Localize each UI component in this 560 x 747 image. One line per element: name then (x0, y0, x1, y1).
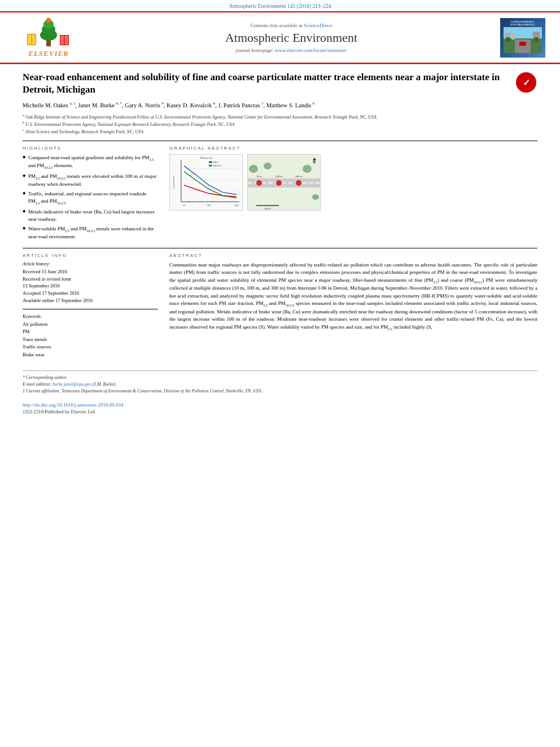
footnote-section: * Corresponding author. E-mail address: … (23, 370, 537, 395)
affiliations: a Oak Ridge Institute of Science and Eng… (23, 113, 537, 135)
svg-text:100 m: 100 m (275, 175, 283, 178)
main-content: Near-road enhancement and solubility of … (0, 64, 560, 421)
journal-info-center: Contents lists available at ScienceDirec… (88, 23, 495, 53)
svg-point-49 (249, 165, 258, 173)
svg-rect-14 (515, 40, 531, 53)
svg-point-51 (303, 165, 312, 173)
journal-citation: Atmospheric Environment 145 (2016) 213–2… (0, 0, 560, 11)
article-info-heading: ARTICLE INFO (23, 253, 158, 258)
elsevier-logo: ELSEVIER (26, 17, 71, 58)
elsevier-brand-text: ELSEVIER (28, 49, 69, 58)
graphical-abstract-images: 10 100 300 Concentration PM2.5 PM10-2.5 … (169, 154, 537, 211)
issn-text: 1352-2310/Published by Elsevier Ltd. (23, 409, 537, 414)
keywords-list: Air pollution PM Trace metals Traffic so… (23, 321, 158, 359)
highlights-column: HIGHLIGHTS Compared near-road spatial gr… (23, 146, 158, 243)
graphical-abstract-heading: GRAPHICAL ABSTRACT (169, 146, 537, 151)
email-link[interactable]: burke.janet@epa.gov (53, 382, 91, 387)
article-history-text: Received 15 June 2016 Received in revise… (23, 268, 158, 304)
crossmark-icon: ✓ (516, 72, 536, 93)
keyword-2: PM (23, 328, 158, 336)
svg-text:✓: ✓ (523, 78, 530, 88)
footnote-email: E-mail address: burke.janet@epa.gov (J.M… (23, 381, 537, 388)
article-history: Article history: Received 15 June 2016 R… (23, 261, 158, 304)
article-info-column: ARTICLE INFO Article history: Received 1… (23, 253, 158, 359)
doi-link[interactable]: http://dx.doi.org/10.1016/j.atmosenv.201… (23, 402, 124, 408)
abstract-column: ABSTRACT Communities near major roadways… (169, 253, 537, 359)
affiliation-b: b U.S. Environmental Protection Agency, … (23, 120, 537, 128)
affiliation-c: c Alion Science and Technology, Research… (23, 128, 537, 135)
svg-rect-20 (508, 40, 509, 42)
elsevier-tree-icon (26, 17, 71, 48)
footnote-corresponding: * Corresponding author. (23, 374, 537, 381)
doi-section: http://dx.doi.org/10.1016/j.atmosenv.201… (23, 401, 537, 414)
article-title-section: Near-road enhancement and solubility of … (23, 71, 537, 96)
elsevier-logo-section: ELSEVIER (9, 17, 88, 58)
svg-rect-22 (536, 40, 537, 42)
journal-cover-section: ATMOSPHERIC ENVIRONMENT (495, 18, 551, 58)
keyword-4: Traffic sources (23, 343, 158, 351)
graphical-abstract-column: GRAPHICAL ABSTRACT (169, 146, 537, 243)
keyword-5: Brake wear (23, 351, 158, 359)
divider-2 (23, 248, 537, 248)
article-history-title: Article history: (23, 261, 158, 267)
svg-text:300: 300 (234, 204, 239, 207)
svg-point-45 (296, 180, 301, 186)
svg-rect-35 (209, 161, 212, 163)
svg-text:PM2.5: PM2.5 (213, 161, 220, 164)
svg-point-10 (46, 18, 51, 23)
highlights-heading: HIGHLIGHTS (23, 146, 158, 151)
svg-text:300 m: 300 m (295, 175, 303, 178)
crossmark-badge[interactable]: ✓ (515, 71, 537, 94)
svg-rect-37 (209, 165, 212, 167)
journal-title: Atmospheric Environment (88, 30, 495, 45)
keyword-1: Air pollution (23, 321, 158, 329)
highlight-item-1: Compared near-road spatial gradients and… (23, 154, 158, 170)
footnote-affiliation-1: 1 Current affiliation: Tennessee Departm… (23, 388, 537, 395)
affiliation-a: a Oak Ridge Institute of Science and Eng… (23, 113, 537, 120)
svg-text:200 m: 200 m (264, 207, 271, 210)
keywords-title: Keywords: (23, 314, 158, 319)
authors-line: Michelle M. Oakes a, 1, Janet M. Burke b… (23, 101, 537, 110)
info-abstract-section: ARTICLE INFO Article history: Received 1… (23, 253, 537, 359)
highlight-item-4: Metals indicative of brake wear (Ba, Cu)… (23, 208, 158, 222)
map-image: 10 m 100 m 300 m N 200 (247, 154, 321, 211)
svg-text:10 m: 10 m (256, 175, 262, 178)
graph-chart: 10 100 300 Concentration PM2.5 PM10-2.5 … (169, 154, 243, 211)
highlights-list: Compared near-road spatial gradients and… (23, 154, 158, 241)
abstract-text: Communities near major roadways are disp… (169, 261, 537, 332)
keywords-section: Keywords: Air pollution PM Trace metals … (23, 314, 158, 359)
abstract-heading: ABSTRACT (169, 253, 537, 258)
science-direct-link[interactable]: ScienceDirect (304, 23, 332, 28)
svg-text:PM10-2.5: PM10-2.5 (213, 165, 222, 167)
svg-point-50 (264, 163, 272, 169)
svg-text:100: 100 (207, 204, 211, 207)
svg-point-44 (276, 180, 282, 186)
svg-text:10: 10 (182, 204, 185, 207)
highlight-item-2: PM2.5 and PM10-2.5 metals were elevated … (23, 173, 158, 188)
svg-text:Concentration: Concentration (172, 175, 175, 190)
svg-text:Distance (m): Distance (m) (200, 156, 213, 159)
svg-rect-16 (511, 34, 515, 40)
svg-point-43 (256, 180, 262, 186)
science-direct-label: Contents lists available at ScienceDirec… (88, 23, 495, 28)
svg-rect-18 (519, 42, 526, 46)
highlight-item-5: Water-soluble PM2.5 and PM10-2.5 metals … (23, 225, 158, 241)
journal-homepage: journal homepage: www.elsevier.com/locat… (88, 47, 495, 53)
divider-1 (23, 141, 537, 141)
highlight-item-3: Traffic, industrial, and regional source… (23, 190, 158, 206)
journal-cover-image: ATMOSPHERIC ENVIRONMENT (500, 18, 545, 58)
highlights-abstract-section: HIGHLIGHTS Compared near-road spatial gr… (23, 146, 537, 243)
keyword-3: Trace metals (23, 336, 158, 344)
svg-point-52 (312, 194, 319, 200)
cover-svg (504, 27, 542, 53)
homepage-link[interactable]: www.elsevier.com/locate/atmosenv (275, 47, 347, 53)
article-title: Near-road enhancement and solubility of … (23, 71, 509, 96)
citation-text: Atmospheric Environment 145 (2016) 213–2… (229, 3, 331, 9)
journal-header: ELSEVIER Contents lists available at Sci… (0, 12, 560, 64)
divider-keywords (23, 309, 158, 309)
